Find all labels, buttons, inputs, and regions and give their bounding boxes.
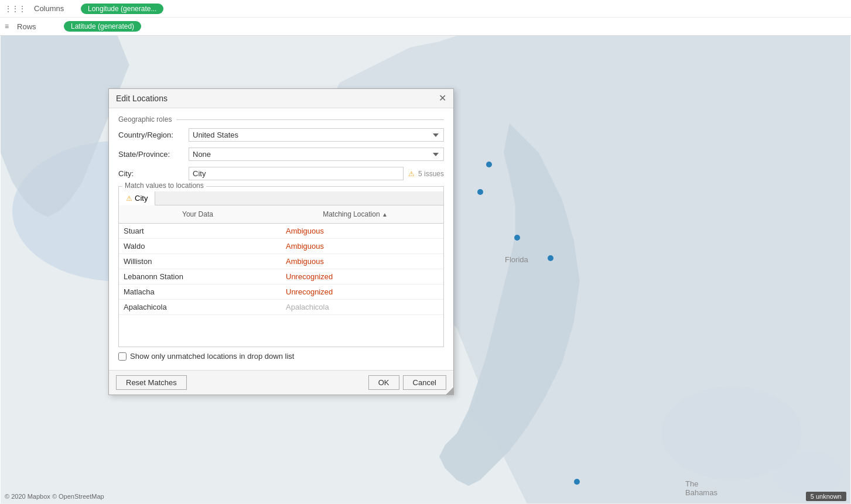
dialog-footer: Reset Matches OK Cancel — [109, 370, 453, 395]
map-dot-4 — [548, 255, 553, 261]
cell-your-data: Williston — [119, 254, 281, 269]
cell-matching-location: Ambiguous — [281, 254, 443, 269]
cell-your-data: Stuart — [119, 224, 281, 238]
ok-button[interactable]: OK — [368, 375, 399, 390]
cell-matching-location: Unrecognized — [281, 269, 443, 284]
issues-badge: ⚠ 5 issues — [408, 170, 444, 178]
cell-your-data: Lebanonn Station — [119, 269, 281, 284]
table-scroll-area[interactable]: StuartAmbiguousWaldoAmbiguousWillistonAm… — [119, 224, 443, 347]
map-dot-1 — [486, 162, 492, 167]
table-row[interactable]: MatlachaUnrecognized — [119, 284, 443, 300]
table-row[interactable]: StuartAmbiguous — [119, 224, 443, 239]
map-dot-5 — [574, 479, 580, 485]
country-region-label: Country/Region: — [118, 131, 189, 139]
unmatched-checkbox[interactable] — [118, 352, 127, 361]
state-province-label: State/Province: — [118, 150, 189, 159]
checkbox-label: Show only unmatched locations in drop do… — [130, 352, 294, 361]
table-row[interactable]: WaldoAmbiguous — [119, 239, 443, 254]
cell-your-data: Waldo — [119, 239, 281, 253]
table-row[interactable]: WillistonAmbiguous — [119, 254, 443, 269]
rows-icon: ≡ — [5, 22, 9, 30]
col-your-data-header: Your Data — [119, 208, 276, 221]
rows-row: ≡ Rows Latitude (generated) — [0, 18, 851, 35]
state-province-row: State/Province: None — [118, 148, 444, 161]
columns-label: Columns — [34, 4, 75, 13]
sheet-area: Sheet 1 Florida TheBahamas — [0, 36, 851, 503]
cell-matching-location: Apalachicola — [281, 300, 443, 314]
cancel-button[interactable]: Cancel — [403, 375, 446, 390]
dialog-title: Edit Locations — [116, 94, 168, 103]
resize-handle[interactable] — [446, 388, 453, 395]
state-province-select[interactable]: None — [189, 148, 444, 161]
match-values-section: Match values to locations ⚠ City Your Da… — [118, 186, 444, 347]
map-dot-3 — [514, 235, 520, 241]
reset-matches-button[interactable]: Reset Matches — [116, 375, 187, 390]
checkbox-row: Show only unmatched locations in drop do… — [118, 347, 444, 363]
city-input[interactable] — [189, 167, 404, 180]
cell-matching-location: Ambiguous — [281, 224, 443, 238]
map-dot-2 — [477, 189, 483, 195]
geographic-roles-header: Geographic roles — [118, 115, 444, 124]
florida-label: Florida — [505, 255, 528, 264]
tab-label: City — [135, 194, 148, 203]
cell-matching-location: Ambiguous — [281, 239, 443, 253]
columns-row: ⋮⋮⋮ Columns Longitude (generate... — [0, 0, 851, 18]
table-row[interactable]: ApalachicolaApalachicola — [119, 300, 443, 315]
tabs-bar: ⚠ City — [119, 191, 443, 205]
columns-icon: ⋮⋮⋮ — [5, 5, 26, 13]
city-row: City: ⚠ 5 issues — [118, 167, 444, 180]
cell-matching-location: Unrecognized — [281, 284, 443, 299]
table-header: Your Data Matching Location ▲ — [119, 205, 443, 224]
cell-your-data: Matlacha — [119, 284, 281, 299]
copyright-text: © 2020 Mapbox © OpenStreetMap — [5, 493, 104, 500]
match-values-inner: ⚠ City Your Data Matching Location ▲ — [119, 191, 443, 347]
col-matching-location-header: Matching Location ▲ — [276, 208, 434, 221]
toolbar: ⋮⋮⋮ Columns Longitude (generate... ≡ Row… — [0, 0, 851, 36]
country-region-row: Country/Region: United States — [118, 128, 444, 142]
rows-label: Rows — [17, 22, 58, 31]
unknown-badge: 5 unknown — [806, 492, 846, 501]
cell-your-data: Apalachicola — [119, 300, 281, 314]
table-rows-container: StuartAmbiguousWaldoAmbiguousWillistonAm… — [119, 224, 443, 315]
rows-pill[interactable]: Latitude (generated) — [64, 21, 141, 32]
status-bar: © 2020 Mapbox © OpenStreetMap 5 unknown — [0, 489, 851, 503]
dialog-body: Geographic roles Country/Region: United … — [109, 108, 453, 370]
columns-pill[interactable]: Longitude (generate... — [81, 4, 163, 14]
close-button[interactable]: ✕ — [439, 94, 446, 103]
match-values-label: Match values to locations — [122, 181, 206, 190]
tab-warning-icon: ⚠ — [126, 194, 132, 203]
issues-text: 5 issues — [418, 170, 444, 178]
sort-arrow-icon[interactable]: ▲ — [382, 211, 388, 218]
scroll-header-spacer — [434, 208, 443, 221]
city-tab[interactable]: ⚠ City — [119, 191, 155, 205]
country-region-select[interactable]: United States — [189, 128, 444, 142]
city-label: City: — [118, 169, 189, 178]
warning-icon: ⚠ — [408, 170, 415, 178]
edit-locations-dialog: Edit Locations ✕ Geographic roles Countr… — [108, 88, 454, 395]
dialog-title-bar: Edit Locations ✕ — [109, 89, 453, 108]
table-row[interactable]: Lebanonn StationUnrecognized — [119, 269, 443, 284]
